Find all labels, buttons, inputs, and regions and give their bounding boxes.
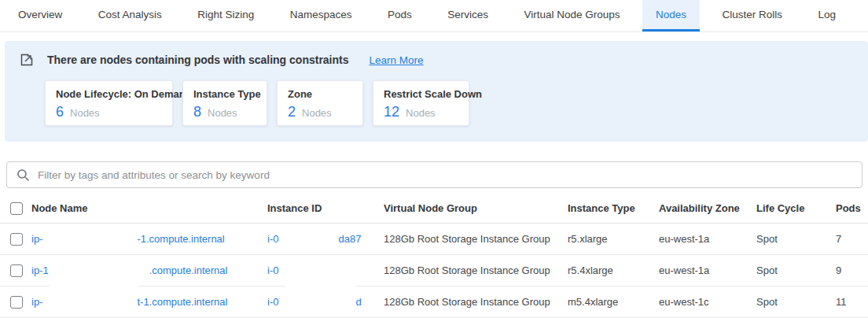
availability-zone-cell: eu-west-1a bbox=[659, 264, 756, 276]
tab-namespaces[interactable]: Namespaces bbox=[277, 0, 366, 31]
instance-type-cell: r5.xlarge bbox=[568, 233, 659, 245]
select-all-checkbox[interactable] bbox=[10, 202, 23, 215]
availability-zone-cell: eu-west-1a bbox=[659, 233, 756, 245]
instance-type-cell: m5.4xlarge bbox=[568, 296, 659, 308]
card-title: Zone bbox=[288, 88, 351, 100]
row-checkbox[interactable] bbox=[10, 264, 23, 277]
row-checkbox[interactable] bbox=[10, 233, 23, 246]
redacted-text bbox=[42, 234, 137, 244]
node-name-link[interactable]: ip- -1.compute.internal bbox=[31, 233, 267, 245]
virtual-node-group-cell: 128Gb Root Storage Instance Group bbox=[384, 296, 568, 308]
tab-cost-analysis[interactable]: Cost Analysis bbox=[85, 0, 175, 31]
table-row[interactable]: ip-1 .compute.internal i-0 128Gb Root St… bbox=[0, 255, 868, 287]
life-cycle-cell: Spot bbox=[756, 264, 829, 276]
banner-message-row: There are nodes containing pods with sca… bbox=[19, 51, 849, 68]
tab-pods[interactable]: Pods bbox=[374, 0, 425, 31]
card-count: 6 bbox=[56, 104, 64, 120]
table-row[interactable]: ip- t-1.compute.internal i-0 d 128Gb Roo… bbox=[0, 287, 868, 318]
nodes-table: Node Name Instance ID Virtual Node Group… bbox=[0, 194, 868, 318]
life-cycle-cell: Spot bbox=[756, 296, 829, 308]
card-unit: Nodes bbox=[406, 107, 436, 119]
col-availability-zone: Availability Zone bbox=[659, 202, 756, 214]
col-pods: Pods bbox=[829, 202, 868, 214]
redacted-text bbox=[278, 234, 338, 244]
pods-cell: 11 bbox=[829, 296, 868, 308]
card-unit: Nodes bbox=[208, 107, 237, 119]
virtual-node-group-cell: 128Gb Root Storage Instance Group bbox=[384, 264, 568, 276]
tab-services[interactable]: Services bbox=[434, 0, 502, 31]
tab-virtual-node-groups[interactable]: Virtual Node Groups bbox=[510, 0, 633, 31]
constraint-summary-cards: Node Lifecycle: On Demand 6 Nodes Instan… bbox=[45, 80, 849, 126]
table-row[interactable]: ip- -1.compute.internal i-0 da87 128Gb R… bbox=[0, 224, 868, 255]
redacted-text bbox=[49, 265, 149, 275]
life-cycle-cell: Spot bbox=[756, 233, 829, 245]
search-icon bbox=[17, 168, 30, 182]
card-title: Restrict Scale Down bbox=[384, 88, 458, 100]
instance-id-link[interactable]: i-0 da87 bbox=[267, 233, 384, 245]
card-zone[interactable]: Zone 2 Nodes bbox=[277, 80, 363, 126]
card-instance-type[interactable]: Instance Type 8 Nodes bbox=[182, 80, 267, 126]
card-title: Instance Type bbox=[193, 88, 256, 100]
tab-right-sizing[interactable]: Right Sizing bbox=[184, 0, 267, 31]
scaling-constraints-banner: There are nodes containing pods with sca… bbox=[5, 41, 868, 142]
redaction-strip bbox=[50, 285, 138, 287]
banner-message: There are nodes containing pods with sca… bbox=[47, 54, 349, 66]
redacted-text bbox=[42, 297, 137, 307]
search-input[interactable] bbox=[38, 169, 852, 181]
tab-cluster-rolls[interactable]: Cluster Rolls bbox=[708, 0, 796, 31]
row-checkbox[interactable] bbox=[10, 296, 23, 309]
col-instance-id: Instance ID bbox=[267, 202, 384, 214]
col-node-name: Node Name bbox=[31, 202, 267, 214]
instance-id-link[interactable]: i-0 d bbox=[267, 296, 384, 308]
tab-overview[interactable]: Overview bbox=[5, 0, 75, 31]
card-title: Node Lifecycle: On Demand bbox=[56, 88, 161, 100]
availability-zone-cell: eu-west-1c bbox=[659, 296, 756, 308]
instance-type-cell: r5.4xlarge bbox=[568, 264, 659, 276]
card-unit: Nodes bbox=[302, 107, 332, 119]
table-header-row: Node Name Instance ID Virtual Node Group… bbox=[0, 194, 868, 224]
scaling-constraint-icon bbox=[19, 52, 35, 68]
tab-bar: Overview Cost Analysis Right Sizing Name… bbox=[0, 0, 868, 32]
card-count: 12 bbox=[384, 104, 399, 120]
tab-nodes[interactable]: Nodes bbox=[642, 0, 700, 31]
learn-more-link[interactable]: Learn More bbox=[370, 54, 424, 66]
virtual-node-group-cell: 128Gb Root Storage Instance Group bbox=[384, 233, 568, 245]
instance-id-link[interactable]: i-0 bbox=[267, 264, 384, 276]
node-name-link[interactable]: ip- t-1.compute.internal bbox=[31, 296, 267, 308]
filter-search-bar bbox=[6, 161, 862, 188]
pods-cell: 9 bbox=[829, 264, 868, 276]
pods-cell: 7 bbox=[829, 233, 868, 245]
card-unit: Nodes bbox=[70, 107, 100, 119]
redaction-strip bbox=[285, 285, 356, 287]
card-node-lifecycle[interactable]: Node Lifecycle: On Demand 6 Nodes bbox=[45, 80, 173, 126]
col-life-cycle: Life Cycle bbox=[756, 202, 829, 214]
card-restrict-scale-down[interactable]: Restrict Scale Down 12 Nodes bbox=[373, 80, 469, 126]
node-name-link[interactable]: ip-1 .compute.internal bbox=[31, 264, 267, 276]
redacted-text bbox=[278, 297, 355, 307]
card-count: 8 bbox=[193, 104, 201, 120]
card-count: 2 bbox=[288, 104, 296, 120]
tab-log[interactable]: Log bbox=[804, 0, 849, 31]
col-virtual-node-group: Virtual Node Group bbox=[384, 202, 568, 214]
col-instance-type: Instance Type bbox=[568, 202, 659, 214]
